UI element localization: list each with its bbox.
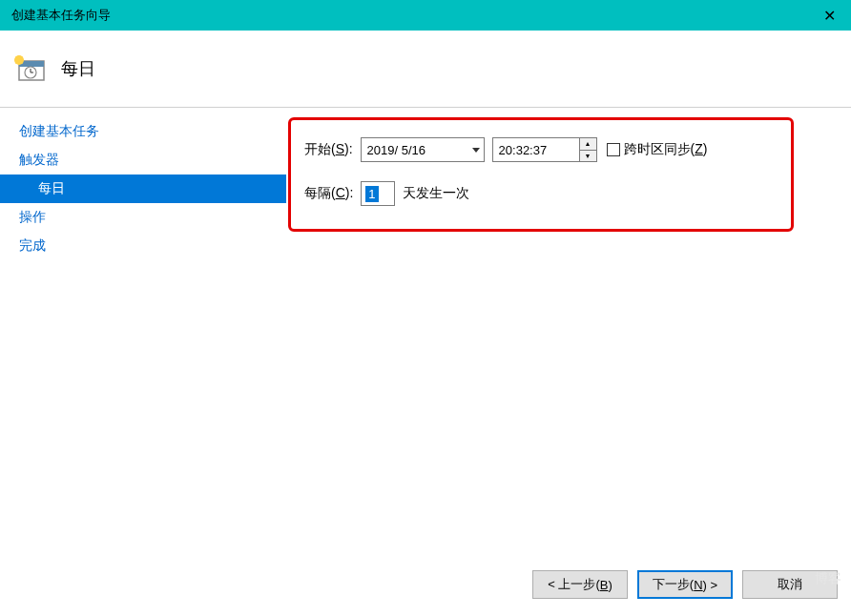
sync-checkbox-wrap[interactable]: 跨时区同步(Z) <box>607 141 708 158</box>
date-value: 2019/ 5/16 <box>367 143 426 157</box>
back-button[interactable]: < 上一步(B) <box>532 570 628 599</box>
spinner-up-icon[interactable]: ▲ <box>580 138 596 151</box>
sidebar-item-create-task[interactable]: 创建基本任务 <box>0 117 286 146</box>
wizard-icon <box>13 51 48 86</box>
spinner-down-icon[interactable]: ▼ <box>580 151 596 162</box>
date-input[interactable]: 2019/ 5/16 <box>361 137 485 162</box>
window-title: 创建基本任务向导 <box>11 7 111 24</box>
sidebar-item-action[interactable]: 操作 <box>0 203 286 232</box>
interval-label: 每隔(C): <box>304 185 353 202</box>
main-area: 创建基本任务 触发器 每日 操作 完成 开始(S): 2019/ 5/16 20… <box>0 108 851 546</box>
close-icon: ✕ <box>823 7 836 25</box>
close-button[interactable]: ✕ <box>807 0 851 31</box>
interval-unit: 天发生一次 <box>403 185 469 202</box>
time-input[interactable]: 20:32:37 ▲ ▼ <box>492 137 597 162</box>
interval-row: 每隔(C): 1 天发生一次 <box>304 181 778 206</box>
interval-value: 1 <box>365 186 378 202</box>
sidebar: 创建基本任务 触发器 每日 操作 完成 <box>0 108 286 546</box>
page-title: 每日 <box>61 57 95 80</box>
cancel-button[interactable]: 取消 <box>742 570 838 599</box>
sidebar-item-trigger[interactable]: 触发器 <box>0 146 286 175</box>
highlight-box: 开始(S): 2019/ 5/16 20:32:37 ▲ ▼ 跨时区同 <box>288 117 794 232</box>
interval-input[interactable]: 1 <box>361 181 395 206</box>
header: 每日 <box>0 31 851 107</box>
sync-checkbox[interactable] <box>607 143 620 156</box>
start-row: 开始(S): 2019/ 5/16 20:32:37 ▲ ▼ 跨时区同 <box>304 137 778 162</box>
time-spinner: ▲ ▼ <box>579 138 596 161</box>
sidebar-item-daily[interactable]: 每日 <box>0 175 286 203</box>
titlebar: 创建基本任务向导 ✕ <box>0 0 851 31</box>
start-label: 开始(S): <box>304 141 353 158</box>
footer-buttons: < 上一步(B) 下一步(N) > 取消 <box>532 570 838 599</box>
chevron-down-icon <box>472 148 480 153</box>
time-value: 20:32:37 <box>499 143 548 157</box>
content-area: 开始(S): 2019/ 5/16 20:32:37 ▲ ▼ 跨时区同 <box>286 108 851 546</box>
sync-label: 跨时区同步(Z) <box>624 141 708 158</box>
sidebar-item-finish[interactable]: 完成 <box>0 232 286 260</box>
next-button[interactable]: 下一步(N) > <box>637 570 733 599</box>
